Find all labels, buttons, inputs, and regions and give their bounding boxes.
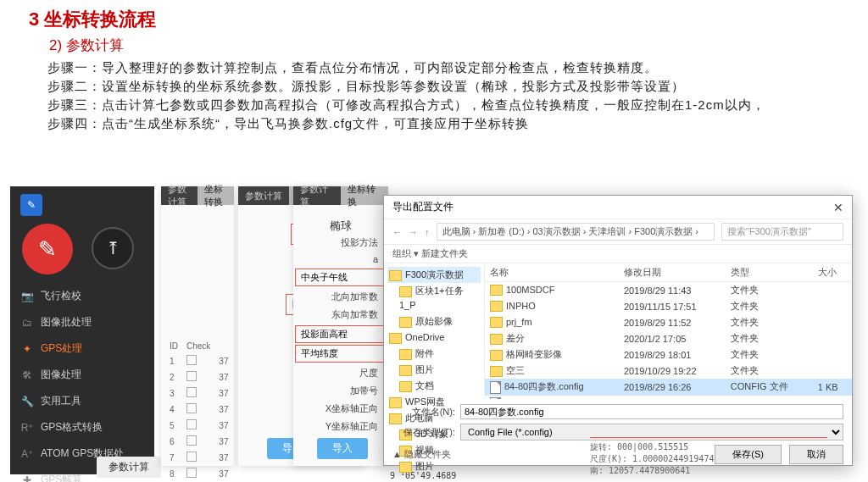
file-row[interactable]: 999.config2019/9/19 9:43CONFIG 文件1 KB <box>485 396 852 399</box>
file-row[interactable]: 84-80四参数.config2019/8/29 16:26CONFIG 文件1… <box>485 379 852 396</box>
tree-item[interactable]: 图片 <box>387 362 481 378</box>
meridian-field[interactable]: 中央子午线 <box>295 269 387 286</box>
screenshot-workspace: ✎ ✎ ⤒ 📷飞行检校🗂图像批处理✦GPS处理🛠图像处理🔧实用工具R⁺GPS格式… <box>10 186 861 480</box>
step-4: 步骤四：点击“生成坐标系统“，导出飞马换参数.cfg文件，可直接应用于坐标转换 <box>47 116 868 132</box>
nav-fwd[interactable]: → <box>409 227 418 237</box>
upload-button[interactable]: ⤒ <box>92 227 134 269</box>
folder-icon <box>490 285 503 296</box>
step-2: 步骤二：设置坐标转换的坐标系统参数。源投影，目标投影等参数设置（椭球，投影方式及… <box>47 79 868 95</box>
sidebar-item[interactable]: 🛠图像处理 <box>10 362 154 388</box>
file-icon <box>490 381 501 394</box>
folder-icon <box>490 350 503 361</box>
north-label: 北向加常数 <box>331 291 378 303</box>
menu-icon: A⁺ <box>20 448 34 460</box>
tab-param-b[interactable]: 参数计算 <box>238 186 289 205</box>
draw-tool-button[interactable]: ✎ <box>22 224 73 274</box>
close-icon[interactable]: ✕ <box>833 201 843 214</box>
folder-icon <box>490 366 503 377</box>
folder-icon <box>399 462 412 473</box>
search-input[interactable]: 搜索"F300演示数据" <box>721 223 843 241</box>
menu-icon: 🗂 <box>20 317 34 329</box>
ellipsoid-label: 椭球 <box>293 219 388 234</box>
slide-title: 3 坐标转换流程 <box>29 7 868 32</box>
nav-up[interactable]: ↑ <box>425 227 430 237</box>
params-output: 旋转: 000|000.515515尺度(K): 1.0000024491947… <box>590 437 827 477</box>
folder-icon <box>490 317 503 328</box>
a-label: a <box>373 254 378 264</box>
sidebar-item[interactable]: ✦GPS处理 <box>10 335 154 362</box>
dialog-title: 导出配置文件 <box>392 200 453 214</box>
east-label: 东向加常数 <box>331 308 378 321</box>
panel-c: 参数计算 坐标转换 椭球 投影方法 a 中央子午线 北向加常数 东向加常数 投影… <box>293 186 388 466</box>
file-row[interactable]: INPHO2019/11/15 17:51文件夹 <box>485 298 852 314</box>
file-row[interactable]: prj_fm2019/8/29 11:52文件夹 <box>485 314 852 330</box>
tab-transform[interactable]: 坐标转换 <box>198 186 234 205</box>
tree-item[interactable]: OneDrive <box>387 330 481 346</box>
tab-param-c[interactable]: 参数计算 <box>293 186 341 205</box>
pen-icon: ✎ <box>20 194 42 216</box>
yaxis-label: Y坐标轴正向 <box>326 420 378 433</box>
tree-item[interactable]: 原始影像 <box>387 313 481 330</box>
folder-tree[interactable]: F300演示数据区块1+任务 1_P原始影像OneDrive附件图片文档WPS网… <box>384 263 485 399</box>
filename-label: 文件名(N): <box>392 406 460 418</box>
sidebar-item[interactable]: R⁺GPS格式转换 <box>10 414 154 440</box>
breadcrumb[interactable]: 此电脑 › 新加卷 (D:) › 03演示数据 › 天津培训 › F300演示数… <box>437 223 715 241</box>
sidebar-item[interactable]: 🔧实用工具 <box>10 388 154 414</box>
lat-field[interactable]: 平均纬度 <box>295 345 387 363</box>
tab-param[interactable]: 参数计算 <box>161 186 198 205</box>
band-label: 加带号 <box>350 385 378 397</box>
tree-item[interactable]: 文档 <box>387 378 481 394</box>
folder-icon <box>389 333 402 344</box>
menu-icon: R⁺ <box>20 422 34 434</box>
file-row[interactable]: 差分2020/1/2 17:05文件夹 <box>485 330 852 346</box>
menu-icon: 🛠 <box>20 369 34 381</box>
sidebar-badge: 参数计算 <box>97 457 161 478</box>
toolbar[interactable]: 组织 ▾ 新建文件夹 <box>384 245 852 263</box>
panel-a: 参数计算 坐标转换 IDCheck13723733743753763773783… <box>161 186 234 466</box>
subtitle: 2) 参数计算 <box>49 36 868 55</box>
folder-icon <box>490 334 503 345</box>
len-label: 尺度 <box>359 367 378 380</box>
filename-input[interactable] <box>460 404 843 419</box>
folder-icon <box>399 349 412 360</box>
sidebar-item[interactable]: 🗂图像批处理 <box>10 309 154 335</box>
folder-icon <box>399 286 412 297</box>
import-button-2[interactable]: 导入 <box>317 438 368 459</box>
proj-label: 投影方法 <box>341 236 378 249</box>
tree-item[interactable]: F300演示数据 <box>387 267 481 283</box>
folder-icon <box>389 270 402 281</box>
hide-folders[interactable]: ▲ 隐藏文件夹 <box>392 448 451 461</box>
app-sidebar: ✎ ✎ ⤒ 📷飞行检校🗂图像批处理✦GPS处理🛠图像处理🔧实用工具R⁺GPS格式… <box>10 186 154 474</box>
file-row[interactable]: 空三2019/10/29 19:22文件夹 <box>485 363 852 379</box>
tree-item[interactable]: 附件 <box>387 346 481 362</box>
xaxis-label: X坐标轴正向 <box>326 402 378 415</box>
step-3: 步骤三：点击计算七参数或四参数加高程拟合（可修改高程拟合方式），检查点位转换精度… <box>47 97 868 114</box>
tree-item[interactable]: 区块1+任务 1_P <box>387 283 481 313</box>
elev-field[interactable]: 投影面高程 <box>295 325 387 343</box>
nav-back[interactable]: ← <box>392 227 402 237</box>
file-row[interactable]: 100MSDCF2019/8/29 11:43文件夹 <box>485 282 852 299</box>
file-row[interactable]: 格网畸变影像2019/8/29 18:01文件夹 <box>485 346 852 363</box>
tab-transform-c[interactable]: 坐标转换 <box>341 186 388 205</box>
sidebar-item[interactable]: 📷飞行检校 <box>10 283 154 309</box>
folder-icon <box>399 317 412 328</box>
menu-icon: 📷 <box>20 291 34 302</box>
step-1: 步骤一：导入整理好的参数计算控制点，查看点位分布情况，可内部设定部分检查点，检查… <box>47 60 868 76</box>
menu-icon: 🔧 <box>20 396 34 407</box>
filetype-label: 保存类型(T): <box>392 426 460 439</box>
control-points-table: IDCheck137237337437537637737837 <box>164 339 233 482</box>
folder-icon <box>490 301 503 312</box>
folder-icon <box>399 381 412 392</box>
file-icon <box>490 397 501 399</box>
save-dialog: 导出配置文件 ✕ ← → ↑ 此电脑 › 新加卷 (D:) › 03演示数据 ›… <box>383 195 853 466</box>
menu-icon: ✚ <box>20 474 34 483</box>
folder-icon <box>399 365 412 376</box>
file-list[interactable]: 名称修改日期类型大小100MSDCF2019/8/29 11:43文件夹INPH… <box>485 263 852 399</box>
menu-icon: ✦ <box>20 343 34 355</box>
